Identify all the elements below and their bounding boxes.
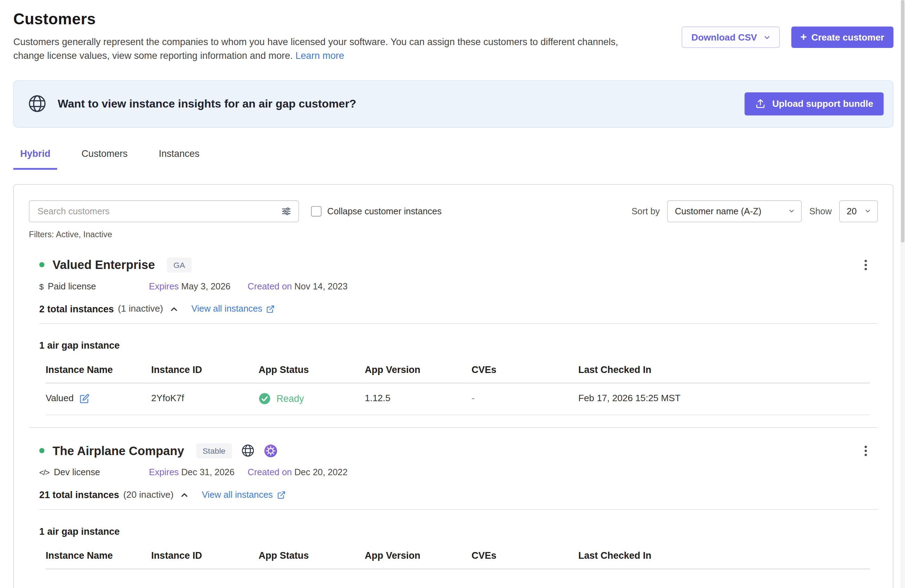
license-info: $ Paid license	[39, 281, 149, 291]
customer-meta-row: $ Paid license Expires May 3, 2026 Creat…	[39, 281, 878, 291]
air-gap-heading: 1 air gap instance	[39, 340, 878, 351]
collapse-instances-checkbox[interactable]: Collapse customer instances	[311, 206, 441, 216]
status-text: Ready	[276, 393, 304, 404]
air-gap-heading: 1 air gap instance	[39, 526, 878, 537]
external-link-icon	[267, 305, 275, 313]
channel-badge: Stable	[196, 443, 232, 459]
page-header-text: Customers Customers generally represent …	[13, 10, 630, 63]
show-select[interactable]: 20	[839, 200, 878, 222]
create-customer-button[interactable]: + Create customer	[791, 27, 894, 48]
tab-bar: Hybrid Customers Instances	[13, 148, 894, 170]
helm-chart-icon	[264, 444, 277, 458]
checkbox-box[interactable]	[311, 206, 321, 216]
cell-app-status: Ready	[259, 383, 365, 415]
col-header-instance-id: Instance ID	[151, 550, 259, 569]
page-title: Customers	[13, 10, 630, 28]
view-all-instances-link[interactable]: View all instances	[191, 304, 275, 314]
col-header-app-version: App Version	[365, 550, 472, 569]
col-header-app-status: App Status	[259, 364, 365, 383]
kebab-menu-icon[interactable]	[862, 443, 870, 459]
created-info: Created on Nov 14, 2023	[248, 281, 348, 291]
search-box	[29, 200, 299, 222]
customer-name[interactable]: The Airplane Company	[52, 444, 184, 458]
search-input[interactable]	[36, 205, 276, 217]
tab-hybrid[interactable]: Hybrid	[13, 148, 57, 170]
expires-date: Dec 31, 2026	[181, 467, 234, 477]
expires-label: Expires	[149, 467, 179, 477]
toolbar: Collapse customer instances Sort by Cust…	[29, 200, 878, 222]
active-status-dot	[39, 448, 44, 453]
plus-icon: +	[800, 31, 807, 42]
scrollbar-thumb[interactable]	[901, 0, 905, 243]
create-customer-label: Create customer	[811, 32, 884, 42]
instances-table: Instance Name Instance ID App Status App…	[46, 550, 870, 569]
created-label: Created on	[248, 467, 292, 477]
customer-section-divider	[29, 427, 878, 428]
cell-app-version: 1.12.5	[365, 383, 472, 415]
instances-total: 21 total instances	[39, 489, 119, 501]
customer-head: The Airplane Company Stable	[39, 443, 878, 459]
sort-select-value: Customer name (A-Z)	[675, 206, 761, 216]
air-gap-banner: Want to view instance insights for an ai…	[13, 80, 894, 127]
table-header-row: Instance Name Instance ID App Status App…	[46, 550, 870, 569]
page-header: Customers Customers generally represent …	[13, 10, 894, 63]
instances-inactive: (1 inactive)	[118, 304, 163, 314]
chevron-up-icon[interactable]	[179, 490, 189, 500]
learn-more-link[interactable]: Learn more	[295, 50, 344, 60]
customer-meta-row: </> Dev license Expires Dec 31, 2026 Cre…	[39, 467, 878, 477]
filter-sliders-icon[interactable]	[281, 206, 291, 216]
view-all-instances-label: View all instances	[191, 304, 262, 314]
instances-inactive: (20 inactive)	[123, 489, 174, 500]
chevron-down-icon	[763, 33, 771, 41]
customer-name[interactable]: Valued Enterprise	[52, 258, 155, 272]
chevron-down-icon	[788, 208, 795, 215]
filters-note: Filters: Active, Inactive	[29, 230, 878, 239]
expires-info: Expires Dec 31, 2026	[149, 467, 248, 477]
license-type: Dev license	[54, 467, 100, 477]
chevron-down-icon	[864, 208, 872, 215]
view-all-instances-link[interactable]: View all instances	[202, 489, 286, 500]
view-all-instances-label: View all instances	[202, 489, 273, 500]
col-header-instance-name: Instance Name	[46, 550, 151, 569]
instances-total: 2 total instances	[39, 304, 114, 315]
table-header-row: Instance Name Instance ID App Status App…	[46, 364, 870, 383]
col-header-instance-name: Instance Name	[46, 364, 151, 383]
instances-summary-row: 2 total instances (1 inactive) View all …	[39, 304, 878, 315]
sort-by-label: Sort by	[632, 206, 660, 216]
tab-instances[interactable]: Instances	[152, 148, 206, 170]
download-csv-label: Download CSV	[691, 32, 757, 42]
created-date: Nov 14, 2023	[294, 281, 348, 291]
banner-title: Want to view instance insights for an ai…	[58, 97, 356, 111]
created-info: Created on Dec 20, 2022	[248, 467, 348, 477]
divider	[39, 509, 878, 510]
col-header-last-checked-in: Last Checked In	[578, 364, 870, 383]
col-header-cves: CVEs	[472, 550, 578, 569]
vertical-scrollbar[interactable]	[900, 0, 905, 588]
col-header-app-version: App Version	[365, 364, 472, 383]
sort-select[interactable]: Customer name (A-Z)	[667, 200, 802, 222]
instances-table: Instance Name Instance ID App Status App…	[46, 364, 870, 415]
upload-icon	[755, 99, 766, 109]
dev-license-code-icon: </>	[39, 467, 49, 477]
cell-cves: -	[472, 383, 578, 415]
toolbar-right: Sort by Customer name (A-Z) Show 20	[632, 200, 878, 222]
kebab-menu-icon[interactable]	[862, 257, 870, 273]
paid-license-icon: $	[39, 282, 43, 291]
page-description: Customers generally represent the compan…	[13, 35, 630, 63]
customers-card: Collapse customer instances Sort by Cust…	[13, 184, 894, 588]
license-type: Paid license	[48, 281, 96, 291]
customer-section-valued-enterprise: Valued Enterprise GA $ Paid license Expi…	[29, 257, 878, 415]
license-info: </> Dev license	[39, 467, 149, 477]
created-date: Dec 20, 2022	[294, 467, 348, 477]
tab-customers[interactable]: Customers	[75, 148, 135, 170]
customer-section-airplane-company: The Airplane Company Stable	[29, 443, 878, 569]
header-actions: Download CSV + Create customer	[681, 27, 893, 48]
table-row: Valued 2YfoK7f	[46, 383, 870, 415]
chevron-up-icon[interactable]	[169, 304, 179, 314]
col-header-cves: CVEs	[472, 364, 578, 383]
upload-support-bundle-button[interactable]: Upload support bundle	[745, 92, 884, 116]
edit-icon[interactable]	[79, 394, 89, 404]
expires-info: Expires May 3, 2026	[149, 281, 248, 291]
cell-instance-name: Valued	[46, 383, 151, 415]
download-csv-button[interactable]: Download CSV	[681, 27, 780, 48]
